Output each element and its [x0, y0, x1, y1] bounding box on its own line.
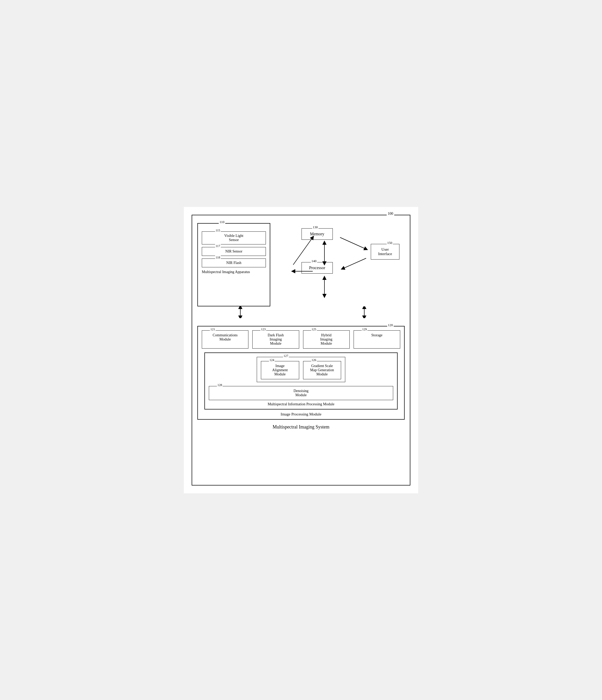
nir-flash-label: NIR Flash — [226, 261, 241, 265]
connector-section — [197, 306, 405, 318]
denoising-ref: 128 — [217, 383, 223, 387]
top-modules-row: 121 CommunicationsModule 123 Dark FlashI… — [202, 330, 400, 349]
svg-line-2 — [343, 258, 366, 269]
sensor-ref-115: 115 — [215, 229, 221, 232]
memory-label: Memory — [310, 232, 324, 236]
denoising-label: DenoisingModule — [294, 389, 308, 397]
mipm-box: 127 124 ImageAlignmentModule 126 Gradien… — [204, 352, 398, 409]
imaging-apparatus-box: 110 115 Visible LightSensor 117 NIR Sens… — [197, 223, 270, 306]
storage-label: Storage — [371, 333, 382, 337]
diagram-outer: 100 110 115 Visible LightSensor 117 NIR … — [192, 215, 410, 485]
comm-label: CommunicationsModule — [213, 333, 238, 341]
nir-flash-box: 118 NIR Flash — [202, 258, 266, 267]
ui-ref: 150 — [387, 241, 393, 245]
gradient-label: Gradient ScaleMap GenerationModule — [310, 364, 334, 376]
memory-box: 130 Memory — [302, 228, 333, 240]
page: 100 110 115 Visible LightSensor 117 NIR … — [184, 207, 418, 493]
processor-label: Processor — [309, 266, 325, 270]
apparatus-bidir-arrow — [236, 306, 244, 318]
darkflash-ref: 123 — [260, 327, 266, 331]
ipm-label: Image Processing Module — [202, 412, 400, 417]
gradient-ref: 126 — [311, 358, 317, 362]
processor-ref: 140 — [311, 259, 317, 263]
ipm-ref: 120 — [387, 323, 394, 327]
communications-module-box: 121 CommunicationsModule — [202, 330, 248, 349]
image-alignment-module-box: 124 ImageAlignmentModule — [261, 361, 299, 379]
align-ref: 124 — [269, 358, 275, 362]
nir-sensor-label: NIR Sensor — [225, 249, 243, 253]
processor-bidir-arrow — [360, 306, 368, 318]
gradient-scale-module-box: 126 Gradient ScaleMap GenerationModule — [303, 361, 341, 379]
hybrid-imaging-module-box: 125 HybridImagingModule — [303, 330, 350, 349]
ref-100: 100 — [387, 211, 394, 216]
inner-container-ref: 127 — [283, 354, 289, 358]
apparatus-ref: 110 — [219, 220, 225, 224]
top-section: 110 115 Visible LightSensor 117 NIR Sens… — [197, 223, 405, 306]
right-side: 130 Memory 140 Processor 150 UserInterfa… — [281, 223, 405, 306]
dark-flash-module-box: 123 Dark FlashImagingModule — [252, 330, 299, 349]
user-interface-box: 150 UserInterface — [371, 244, 399, 259]
svg-line-1 — [340, 238, 366, 249]
image-processing-module: 120 121 CommunicationsModule 123 Dark Fl… — [197, 326, 405, 420]
top-arrows-svg — [281, 223, 405, 306]
sensor-ref-118: 118 — [215, 256, 221, 259]
visible-light-sensor-label: Visible LightSensor — [224, 234, 243, 242]
apparatus-label: Multispectral Imaging Apparatus — [202, 270, 266, 274]
svg-line-3 — [293, 238, 313, 265]
inner-container-wrapper: 127 124 ImageAlignmentModule 126 Gradien… — [209, 357, 393, 382]
align-label: ImageAlignmentModule — [272, 364, 288, 376]
storage-box: 129 Storage — [354, 330, 400, 349]
processor-box: 140 Processor — [302, 262, 333, 274]
darkflash-label: Dark FlashImagingModule — [268, 333, 284, 346]
denoising-module-box: 128 DenoisingModule — [209, 386, 393, 400]
inner-container-127: 127 124 ImageAlignmentModule 126 Gradien… — [257, 357, 345, 382]
sensor-ref-117: 117 — [215, 244, 221, 248]
ui-label: UserInterface — [378, 247, 392, 256]
denoising-row: 128 DenoisingModule — [209, 386, 393, 400]
storage-ref: 129 — [362, 327, 368, 331]
visible-light-sensor-box: 115 Visible LightSensor — [202, 231, 266, 245]
inner-row: 124 ImageAlignmentModule 126 Gradient Sc… — [261, 361, 341, 379]
mipm-label: Multispectral Information Processing Mod… — [209, 402, 393, 406]
memory-ref: 130 — [312, 225, 319, 229]
nir-sensor-box: 117 NIR Sensor — [202, 247, 266, 256]
hybrid-ref: 125 — [311, 327, 317, 331]
comm-ref: 121 — [210, 327, 216, 331]
hybrid-label: HybridImagingModule — [320, 333, 332, 346]
system-label: Multispectral Imaging System — [197, 422, 405, 430]
